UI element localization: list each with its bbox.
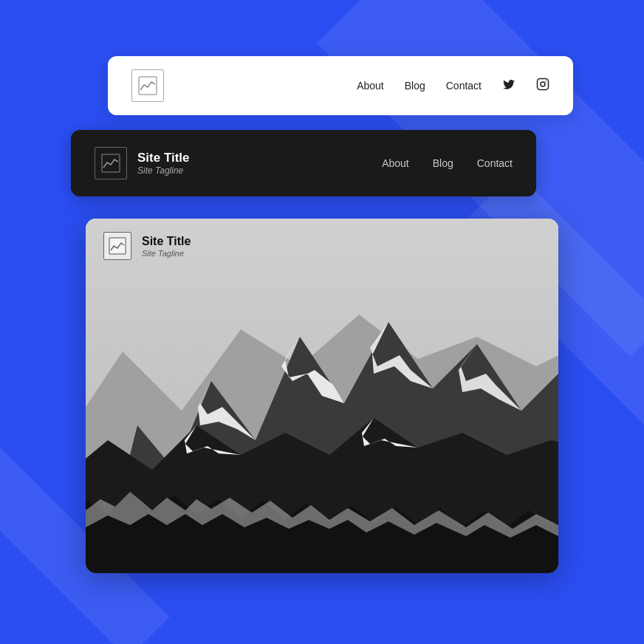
twitter-icon[interactable]	[502, 78, 515, 94]
card-image: Site Title Site Tagline	[86, 219, 558, 573]
card-white: About Blog Contact	[108, 56, 573, 115]
dark-nav-about[interactable]: About	[382, 157, 409, 169]
dark-card-logo	[95, 147, 127, 179]
image-card-header: Site Title Site Tagline	[86, 219, 558, 273]
image-site-title: Site Title	[142, 234, 191, 248]
white-nav-blog[interactable]: Blog	[405, 80, 425, 92]
svg-rect-4	[102, 154, 120, 172]
card-dark: Site Title Site Tagline About Blog Conta…	[71, 130, 536, 196]
dark-card-site-info: Site Title Site Tagline	[137, 151, 190, 176]
dark-site-title: Site Title	[137, 151, 190, 165]
dark-card-logo-wrap: Site Title Site Tagline	[95, 147, 190, 179]
image-site-tagline: Site Tagline	[142, 249, 191, 258]
instagram-icon[interactable]	[536, 78, 549, 94]
dark-nav-contact[interactable]: Contact	[477, 157, 513, 169]
image-card-site-info: Site Title Site Tagline	[142, 234, 191, 257]
image-card-logo	[103, 232, 131, 260]
svg-rect-0	[139, 77, 157, 95]
white-nav-contact[interactable]: Contact	[446, 80, 482, 92]
white-card-nav: About Blog Contact	[357, 78, 549, 94]
cards-container: About Blog Contact	[71, 56, 573, 588]
svg-rect-17	[109, 238, 126, 254]
svg-rect-1	[538, 79, 549, 90]
white-card-logo	[131, 69, 164, 102]
dark-nav-blog[interactable]: Blog	[433, 157, 453, 169]
svg-point-3	[545, 80, 547, 82]
white-nav-about[interactable]: About	[357, 80, 384, 92]
svg-point-2	[541, 82, 545, 86]
dark-site-tagline: Site Tagline	[137, 165, 190, 176]
dark-card-nav: About Blog Contact	[382, 157, 513, 169]
